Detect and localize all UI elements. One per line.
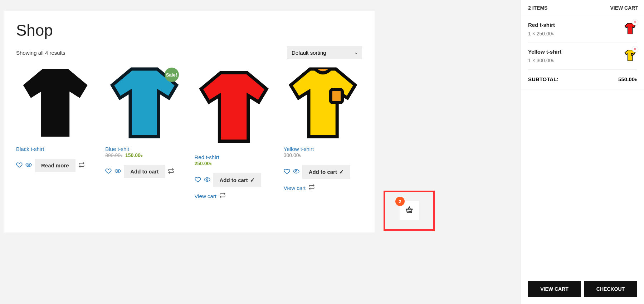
product-title-link[interactable]: Blue t-shit	[105, 146, 129, 152]
sale-badge: Sale!	[165, 68, 179, 82]
minicart-item-name: Red t-shirt	[528, 22, 555, 28]
price-old: 300.00৳	[105, 152, 122, 158]
minicart-item-name: Yellow t-shirt	[528, 49, 561, 55]
results-count: Showing all 4 results	[16, 50, 65, 56]
page-title: Shop	[16, 21, 362, 39]
basket-icon	[405, 205, 414, 216]
minicart-item: Yellow t-shirt 1 × 300.00৳ ×	[528, 43, 637, 70]
product-card: Sale! Blue t-shit 300.00৳ 150.00৳ Add to…	[105, 63, 184, 178]
cart-count-badge: 2	[395, 197, 405, 206]
view-cart-link[interactable]: View cart	[195, 192, 226, 200]
minicart-item-qty: 1 × 250.00৳	[528, 31, 555, 37]
svg-rect-1	[331, 90, 342, 103]
add-to-cart-button[interactable]: Add to cart	[124, 165, 165, 178]
price-new: 250.00৳	[195, 161, 212, 166]
add-to-cart-button[interactable]: Add to cart✓	[302, 165, 350, 179]
remove-item-button[interactable]: ×	[632, 46, 638, 52]
quickview-eye-icon[interactable]	[25, 162, 32, 170]
mini-cart-panel: 2 ITEMS VIEW CART Red t-shirt 1 × 250.00…	[521, 0, 644, 304]
compare-icon[interactable]	[168, 168, 174, 176]
compare-icon[interactable]	[308, 184, 315, 192]
check-icon: ✓	[250, 177, 255, 183]
product-card: Red t-shirt 250.00৳ Add to cart✓ View ca…	[195, 63, 273, 200]
wishlist-heart-icon[interactable]	[195, 176, 201, 184]
quickview-eye-icon[interactable]	[293, 168, 299, 176]
product-image[interactable]	[195, 63, 273, 151]
cart-items-count: 2 ITEMS	[528, 5, 547, 11]
floating-cart-highlight: 2	[384, 191, 435, 231]
product-title-link[interactable]: Yellow t-shirt	[284, 146, 314, 152]
product-card: Black t-shirt Read more	[16, 63, 94, 172]
add-to-cart-button[interactable]: Add to cart✓	[213, 173, 261, 187]
read-more-button[interactable]: Read more	[35, 159, 75, 172]
wishlist-heart-icon[interactable]	[105, 168, 112, 176]
minicart-view-cart-link[interactable]: VIEW CART	[610, 5, 638, 11]
price-new: 150.00৳	[125, 152, 142, 158]
check-icon: ✓	[339, 168, 344, 175]
product-title-link[interactable]: Black t-shirt	[16, 146, 44, 152]
product-image[interactable]	[16, 63, 94, 143]
price-new: 300.00৳	[284, 152, 301, 158]
svg-rect-2	[631, 53, 633, 55]
minicart-item-qty: 1 × 300.00৳	[528, 58, 561, 64]
product-image[interactable]: Sale!	[105, 63, 184, 143]
view-cart-link[interactable]: View cart	[284, 184, 315, 192]
view-cart-button[interactable]: VIEW CART	[528, 281, 581, 297]
wishlist-heart-icon[interactable]	[284, 168, 290, 176]
subtotal-value: 550.00৳	[618, 76, 637, 83]
product-title-link[interactable]: Red t-shirt	[195, 154, 219, 160]
compare-icon[interactable]	[219, 192, 226, 200]
quickview-eye-icon[interactable]	[114, 168, 121, 176]
subtotal-label: SUBTOTAL:	[528, 76, 558, 83]
product-card: Yellow t-shirt 300.00৳ Add to cart✓ View…	[284, 63, 362, 192]
shop-panel: Shop Showing all 4 results Default sorti…	[4, 11, 375, 232]
remove-item-button[interactable]: ×	[632, 19, 638, 25]
product-image[interactable]	[284, 63, 362, 143]
quickview-eye-icon[interactable]	[204, 176, 210, 184]
minicart-item: Red t-shirt 1 × 250.00৳ ×	[528, 16, 637, 43]
wishlist-heart-icon[interactable]	[16, 162, 23, 170]
floating-cart-button[interactable]: 2	[400, 201, 419, 220]
checkout-button[interactable]: CHECKOUT	[584, 281, 637, 297]
sort-select[interactable]: Default sorting	[287, 46, 362, 59]
compare-icon[interactable]	[78, 162, 85, 170]
